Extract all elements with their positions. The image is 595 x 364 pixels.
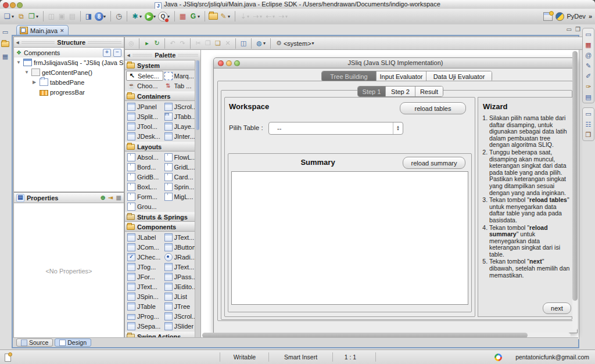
palette-item-choo[interactable]: Choo... [126, 81, 163, 91]
palette-item-jdesk[interactable]: JDesk... [126, 131, 163, 141]
java-browsing-caret-icon[interactable]: ▾ [103, 14, 107, 19]
java-code-icon[interactable]: ◨ [84, 12, 94, 21]
help-book-icon[interactable]: ❒ [584, 131, 593, 139]
tab-data-uji-evaluator[interactable]: Data Uji Evaluator [426, 71, 492, 81]
ls-restore-icon[interactable]: ▭ [1, 28, 10, 36]
coordinates-icon[interactable]: ◫ [239, 39, 248, 48]
console-view-icon[interactable]: ▤ [584, 93, 593, 101]
ls-hierarchy-icon[interactable]: ▦ [1, 52, 10, 60]
tab-step-1[interactable]: Step 1 [358, 87, 386, 96]
editor-tab-main-java[interactable]: Main.java ✕ [16, 25, 69, 35]
tab-result[interactable]: Result [415, 87, 443, 96]
external-tools-icon[interactable]: Q [158, 12, 168, 21]
refresh-design-icon[interactable]: ↻ [152, 39, 162, 48]
minimize-editor-icon[interactable]: ▭ [567, 26, 572, 33]
annotate-caret-icon[interactable]: ▾ [228, 14, 232, 19]
design-canvas[interactable]: JSliq (Java SLIQ Implementation) Tree Bu… [200, 49, 579, 340]
palette-item-jsepa[interactable]: JSepa... [126, 321, 163, 331]
palette-item-jpanel[interactable]: JPanel [126, 102, 163, 111]
brush-view-icon[interactable]: ✑ [584, 82, 593, 91]
locale-globe-icon[interactable]: ◍ [255, 39, 264, 48]
outline-view-icon[interactable]: ☷ [584, 120, 593, 128]
breakpoints-view-icon[interactable]: ▦ [584, 41, 593, 49]
new-wizard-caret-icon[interactable]: ▾ [12, 14, 16, 19]
tab-step-2[interactable]: Step 2 [386, 87, 415, 96]
palette-category-system[interactable]: System [125, 60, 200, 70]
perspective-overflow-button[interactable]: » [589, 13, 592, 20]
palette-scrollbar[interactable] [195, 60, 200, 339]
tree-item-frmjsliqjavasliq[interactable]: ▼frmJsliqjavaSliq - "JSliq (Java SLIQ Im [14, 57, 124, 67]
reload-summary-button[interactable]: reload summary [403, 157, 465, 169]
reload-tables-button[interactable]: reload tables [400, 102, 466, 114]
new-wizard-icon[interactable]: ❏ [2, 12, 12, 21]
package-explorer-icon[interactable] [1, 40, 10, 48]
palette-item-jtext[interactable]: JText... [126, 282, 163, 291]
account-email[interactable]: pentatonicfunk@gmail.com [515, 354, 589, 361]
open-perspective-icon[interactable] [543, 12, 553, 21]
props-categories-icon[interactable]: ▦ [116, 194, 121, 201]
next-button[interactable]: next [543, 302, 571, 314]
palette-item-bord[interactable]: Bord... [126, 162, 163, 172]
tasks-icon[interactable]: ◷ [114, 12, 124, 21]
expanded-arrow-icon[interactable]: ▼ [16, 60, 21, 65]
palette-item-form[interactable]: Form... [126, 192, 163, 201]
tree-item-progressbar[interactable]: progressBar [14, 87, 124, 97]
java-browsing-icon[interactable]: 8 [94, 12, 104, 21]
palette-item-jtog[interactable]: JTog... [126, 262, 163, 272]
tree-item-getcontentpane[interactable]: ▼getContentPane() [14, 67, 124, 77]
page-tab-design[interactable]: Design [55, 338, 91, 347]
combo-stepper-icon[interactable]: ▲▼ [393, 122, 403, 134]
palette-category-layouts[interactable]: Layouts [125, 142, 200, 152]
palette-item-gridb[interactable]: GridB... [126, 172, 163, 182]
lookandfeel-select[interactable]: ⚙ <system> ▾ [274, 39, 318, 47]
props-advanced-icon[interactable]: ⊕ [101, 194, 105, 201]
new-class-caret-icon[interactable]: ▾ [36, 14, 40, 19]
summary-textarea[interactable] [231, 171, 468, 305]
tab-input-evaluator[interactable]: Input Evaluator [377, 71, 426, 81]
palette-scrollbar-thumb[interactable] [196, 60, 199, 130]
annotate-icon[interactable]: ✎ [218, 12, 228, 21]
collapse-structure-icon[interactable]: ◂ [16, 39, 19, 45]
palette-item-jprog[interactable]: JProg... [126, 311, 163, 321]
palette-item-jfor[interactable]: JFor... [126, 272, 163, 282]
table-select[interactable]: -- ▲▼ [268, 122, 403, 135]
declaration-view-icon[interactable]: ✎ [584, 62, 593, 70]
props-goto-icon[interactable]: ⇥ [108, 194, 113, 201]
palette-category-containers[interactable]: Containers [125, 91, 200, 101]
debug-icon[interactable]: ✱ [130, 12, 140, 21]
gwt-caret-icon[interactable]: ▾ [198, 14, 202, 19]
palette-item-boxl[interactable]: BoxL... [126, 182, 163, 192]
collapsed-arrow-icon[interactable]: ▶ [33, 80, 38, 85]
gwt-icon[interactable]: G [188, 12, 198, 21]
coverage-icon[interactable]: ▦ [178, 12, 188, 21]
palette-item-jtable[interactable]: JTable [126, 301, 163, 311]
debug-caret-icon[interactable]: ▾ [139, 14, 144, 19]
palette-item-jlabel[interactable]: JLabel [126, 232, 163, 242]
tree-item-tabbedpane[interactable]: ▶tabbedPane [14, 77, 124, 87]
canvas-vscrollbar[interactable] [572, 51, 578, 331]
rs-restore2-icon[interactable]: ▭ [584, 110, 593, 118]
rs-restore-icon[interactable]: ▭ [584, 30, 593, 38]
palette-item-jchec[interactable]: JChec... [126, 252, 163, 262]
paste-icon[interactable]: ❏ [213, 39, 223, 48]
javadoc-view-icon[interactable]: @ [584, 51, 593, 59]
collapse-palette-icon[interactable]: ◂ [127, 52, 130, 58]
page-tab-source[interactable]: Source [16, 338, 53, 347]
canvas-vscrollbar-thumb[interactable] [572, 51, 578, 301]
search-view-icon[interactable]: ✐ [584, 72, 593, 80]
close-tab-icon[interactable]: ✕ [60, 28, 64, 34]
palette-item-jspin[interactable]: JSpin... [126, 291, 163, 301]
tab-tree-building[interactable]: Tree Building [322, 71, 377, 81]
open-resource-icon[interactable] [208, 12, 218, 21]
run-caret-icon[interactable]: ▾ [153, 14, 157, 19]
expand-all-icon[interactable]: + [103, 49, 111, 57]
run-icon[interactable]: ▶ [144, 12, 154, 21]
test-window-icon[interactable]: ▸ [142, 39, 152, 48]
palette-item-jcom[interactable]: JCom... [126, 242, 163, 252]
palette-item-absol[interactable]: Absol... [126, 152, 163, 162]
perspective-pydev-button[interactable]: PyDev [555, 12, 585, 21]
preview-window[interactable]: JSliq (Java SLIQ Implementation) Tree Bu… [213, 57, 578, 333]
palette-category-struts-springs[interactable]: Struts & Springs [125, 212, 200, 222]
new-class-icon[interactable]: ❐ [27, 12, 37, 21]
new-package-icon[interactable]: ⧉ [16, 12, 26, 21]
